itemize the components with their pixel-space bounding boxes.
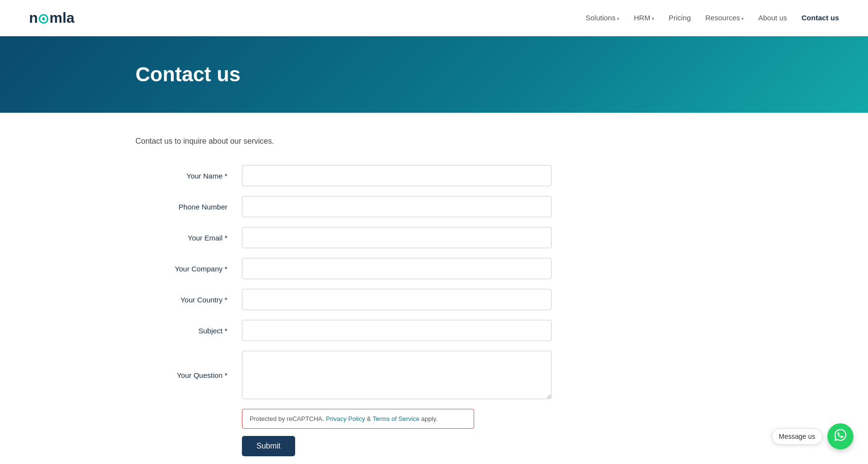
label-phone-number: Phone Number xyxy=(135,203,232,211)
chat-widget: Message us xyxy=(772,423,853,449)
form-row-company: Your Company * xyxy=(135,258,552,279)
nav-item-resources[interactable]: Resources xyxy=(705,14,744,22)
nav-item-hrm[interactable]: HRM xyxy=(634,14,654,22)
chat-bubble-button[interactable] xyxy=(827,423,853,449)
message-us-label: Message us xyxy=(772,428,823,445)
input-your-country[interactable] xyxy=(242,289,552,310)
input-subject[interactable] xyxy=(242,320,552,341)
input-phone-number[interactable] xyxy=(242,196,552,217)
intro-text: Contact us to inquire about our services… xyxy=(135,137,552,146)
tos-link[interactable]: Terms of Service xyxy=(373,415,419,422)
input-your-company[interactable] xyxy=(242,258,552,279)
form-row-phone: Phone Number xyxy=(135,196,552,217)
form-row-email: Your Email * xyxy=(135,227,552,248)
form-row-name: Your Name * xyxy=(135,165,552,186)
main-content: Contact us to inquire about our services… xyxy=(0,113,581,464)
page-title: Contact us xyxy=(135,63,240,86)
recaptcha-text-after: apply. xyxy=(421,415,438,422)
recaptcha-and: & xyxy=(367,415,373,422)
hero-banner: Contact us xyxy=(0,36,868,113)
label-your-country: Your Country * xyxy=(135,296,232,304)
form-row-country: Your Country * xyxy=(135,289,552,310)
nav-link-hrm[interactable]: HRM xyxy=(634,14,654,22)
nav-item-about[interactable]: About us xyxy=(758,14,787,22)
form-row-subject: Subject * xyxy=(135,320,552,341)
input-your-email[interactable] xyxy=(242,227,552,248)
logo-icon xyxy=(38,14,49,24)
nav-item-contact[interactable]: Contact us xyxy=(801,14,839,22)
nav-menu: Solutions HRM Pricing Resources About us… xyxy=(585,14,839,22)
nav-item-solutions[interactable]: Solutions xyxy=(585,14,619,22)
nav-link-solutions[interactable]: Solutions xyxy=(585,14,619,22)
logo[interactable]: n mla xyxy=(29,10,75,26)
form-row-question: Your Question * xyxy=(135,351,552,399)
contact-form: Your Name * Phone Number Your Email * Yo… xyxy=(135,165,552,456)
input-your-name[interactable] xyxy=(242,165,552,186)
recaptcha-text-before: Protected by reCAPTCHA, xyxy=(250,415,324,422)
whatsapp-icon xyxy=(834,428,847,445)
logo-text-n: n xyxy=(29,10,38,26)
label-your-name: Your Name * xyxy=(135,172,232,180)
label-your-question: Your Question * xyxy=(135,371,232,379)
navbar: n mla Solutions HRM Pricing Resources Ab… xyxy=(0,0,868,36)
logo-text-rest: mla xyxy=(49,10,75,26)
submit-row: Submit xyxy=(242,436,552,456)
nav-link-contact[interactable]: Contact us xyxy=(801,14,839,22)
recaptcha-notice: Protected by reCAPTCHA, Privacy Policy &… xyxy=(242,409,474,429)
submit-button[interactable]: Submit xyxy=(242,436,295,456)
label-your-email: Your Email * xyxy=(135,234,232,242)
textarea-your-question[interactable] xyxy=(242,351,552,399)
nav-link-resources[interactable]: Resources xyxy=(705,14,744,22)
nav-link-pricing[interactable]: Pricing xyxy=(669,14,691,22)
label-your-company: Your Company * xyxy=(135,265,232,273)
nav-link-about[interactable]: About us xyxy=(758,14,787,22)
privacy-policy-link[interactable]: Privacy Policy xyxy=(326,415,365,422)
label-subject: Subject * xyxy=(135,327,232,335)
nav-item-pricing[interactable]: Pricing xyxy=(669,14,691,22)
